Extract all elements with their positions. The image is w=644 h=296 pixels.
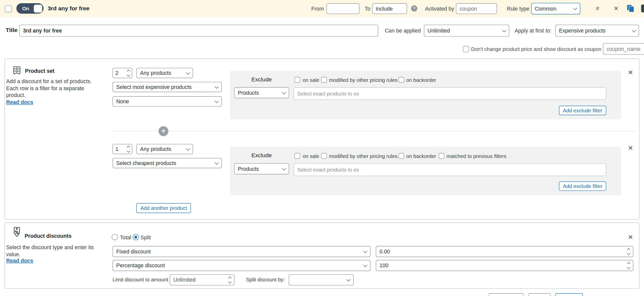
- exclude-backorder-label: on backorder: [406, 77, 436, 83]
- stepper-arrows-icon[interactable]: [627, 249, 630, 254]
- exclude-backorder-checkbox[interactable]: [398, 153, 404, 159]
- help-icon[interactable]: ?: [411, 5, 417, 11]
- add-exclude-filter-button[interactable]: Add exclude filter: [559, 181, 606, 191]
- qty-value: 1: [115, 146, 118, 152]
- footer-button[interactable]: [555, 293, 583, 296]
- apply-at-first-label: Apply at first to:: [515, 27, 551, 34]
- exclude-products-search-input[interactable]: [294, 163, 606, 176]
- from-input[interactable]: [327, 3, 359, 14]
- product-set-icon: [12, 65, 21, 75]
- split-discount-by-label: Split discount by:: [246, 277, 285, 283]
- chevron-down-icon: [215, 160, 219, 165]
- select-mode-value: Select cheapest products: [116, 160, 176, 166]
- limit-discount-value: Unlimited: [173, 277, 195, 283]
- can-be-applied-select[interactable]: Unlimited: [424, 25, 509, 37]
- chevron-down-icon: [282, 90, 286, 94]
- product-set-read-docs-link[interactable]: Read docs: [6, 99, 33, 105]
- show-discount-as-coupon-checkbox[interactable]: [463, 46, 469, 52]
- to-input[interactable]: [372, 3, 407, 14]
- add-another-product-button[interactable]: Add another product: [136, 203, 191, 213]
- product-discounts-read-docs-link[interactable]: Read docs: [6, 257, 33, 264]
- discount-value: 0.00: [380, 248, 390, 254]
- stepper-arrows-icon[interactable]: [229, 277, 231, 282]
- exclude-on-sale-label: on sale: [303, 77, 319, 83]
- discount-value-stepper[interactable]: 0.00: [376, 246, 633, 257]
- products-type-select[interactable]: Any products: [136, 144, 193, 154]
- product-set-description: Add a discount for a set of products. Ea…: [6, 78, 101, 99]
- exclude-backorder-label: on backorder: [406, 153, 436, 159]
- toggle-on-label: On: [22, 6, 29, 11]
- can-be-applied-label: Can be applied: [385, 27, 421, 34]
- stepper-arrows-icon[interactable]: [127, 146, 129, 152]
- split-radio[interactable]: [133, 234, 139, 240]
- limit-discount-label: Limit discount to amount: [112, 277, 168, 283]
- coupon-name-input[interactable]: [603, 43, 644, 55]
- can-be-applied-value: Unlimited: [428, 27, 450, 34]
- exclude-products-select[interactable]: Products: [234, 163, 289, 174]
- rule-type-select[interactable]: Common: [531, 3, 580, 14]
- remove-filter-icon[interactable]: ✕: [628, 145, 633, 151]
- chevron-down-icon: [363, 263, 367, 267]
- qty-stepper[interactable]: 1: [112, 144, 132, 154]
- exclude-modified-checkbox[interactable]: [321, 153, 327, 159]
- page-front: [629, 6, 634, 12]
- title-label: Title: [6, 27, 18, 33]
- exclude-matched-checkbox[interactable]: [439, 153, 445, 159]
- stepper-arrows-icon[interactable]: [627, 263, 630, 268]
- rule-type-value: Common: [535, 6, 556, 12]
- chevron-down-icon: [215, 84, 219, 88]
- activated-by-label: Activated by: [425, 6, 454, 12]
- exclude-modified-checkbox[interactable]: [321, 77, 327, 83]
- limit-discount-stepper[interactable]: Unlimited: [170, 274, 234, 285]
- products-type-value: Any products: [140, 70, 171, 76]
- duplicate-rule-icon[interactable]: [627, 5, 634, 12]
- show-discount-as-coupon-label: Don't change product price and show disc…: [471, 46, 601, 52]
- product-discounts-title: Product discounts: [25, 233, 71, 239]
- exclude-products-search-input[interactable]: [294, 87, 606, 100]
- discount-type-value: Fixed discount: [116, 248, 151, 254]
- stepper-arrows-icon[interactable]: [127, 70, 129, 76]
- apply-at-first-select[interactable]: Expensive products: [555, 25, 639, 37]
- collapse-icon[interactable]: [641, 5, 644, 12]
- discount-type-select[interactable]: Percentage discount: [112, 260, 370, 271]
- split-discount-by-select[interactable]: [289, 274, 354, 285]
- rule-select-checkbox[interactable]: [5, 5, 12, 12]
- add-filter-plus-button[interactable]: +: [158, 126, 168, 136]
- discount-value: 100: [380, 262, 388, 269]
- rule-enabled-toggle[interactable]: On: [16, 3, 44, 14]
- chevron-down-icon: [186, 146, 190, 150]
- total-radio[interactable]: [112, 234, 118, 240]
- discount-type-select[interactable]: Fixed discount: [112, 246, 370, 257]
- add-exclude-filter-button[interactable]: Add exclude filter: [559, 106, 606, 115]
- chevron-down-icon: [186, 70, 190, 74]
- select-mode-select[interactable]: Select cheapest products: [112, 158, 222, 168]
- extra-option-select[interactable]: None: [112, 96, 222, 107]
- anchor-hash-icon[interactable]: #: [596, 5, 599, 11]
- toggle-knob: [34, 4, 42, 13]
- qty-stepper[interactable]: 2: [112, 68, 132, 78]
- title-input[interactable]: [19, 25, 378, 37]
- products-type-select[interactable]: Any products: [136, 68, 193, 78]
- rule-editor-page: On 3rd any for free From To ? Activated …: [0, 0, 644, 296]
- remove-filter-icon[interactable]: ✕: [628, 69, 633, 75]
- footer-button[interactable]: [489, 293, 524, 296]
- exclude-modified-label: modified by other pricing rules: [329, 153, 397, 159]
- exclude-products-value: Products: [238, 166, 259, 172]
- rule-name: 3rd any for free: [48, 5, 89, 11]
- discount-value-stepper[interactable]: 100: [376, 260, 633, 271]
- chevron-down-icon: [363, 249, 367, 253]
- rule-type-label: Rule type: [507, 6, 530, 12]
- activated-by-input[interactable]: [456, 3, 497, 14]
- remove-section-icon[interactable]: ✕: [628, 234, 633, 240]
- product-set-title: Product set: [25, 68, 55, 74]
- exclude-on-sale-checkbox[interactable]: [295, 77, 300, 83]
- split-radio-label: Split: [140, 235, 151, 241]
- exclude-on-sale-checkbox[interactable]: [295, 153, 300, 159]
- exclude-backorder-checkbox[interactable]: [398, 77, 404, 83]
- exclude-products-select[interactable]: Products: [234, 87, 289, 98]
- to-label: To: [365, 6, 370, 12]
- footer-button[interactable]: [529, 293, 551, 296]
- select-mode-select[interactable]: Select most expensive products: [112, 82, 222, 92]
- delete-rule-icon[interactable]: ✕: [614, 5, 619, 11]
- exclude-matched-label: matched to previous filters: [447, 153, 506, 159]
